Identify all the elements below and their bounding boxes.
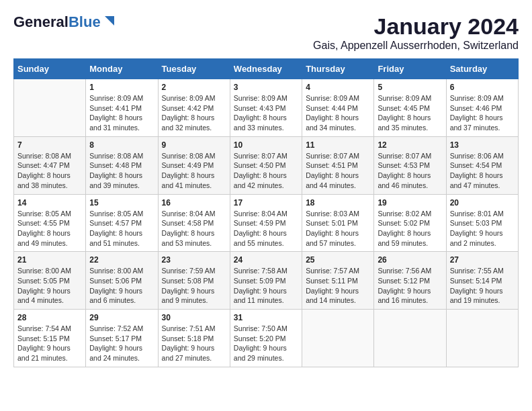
calendar-cell: 13Sunrise: 8:06 AM Sunset: 4:54 PM Dayli…	[446, 136, 518, 194]
day-header-thursday: Thursday	[302, 59, 374, 79]
calendar-cell: 22Sunrise: 8:00 AM Sunset: 5:06 PM Dayli…	[86, 252, 158, 310]
cell-info: Sunrise: 8:03 AM Sunset: 5:01 PM Dayligh…	[306, 209, 370, 248]
cell-info: Sunrise: 7:52 AM Sunset: 5:17 PM Dayligh…	[89, 324, 154, 363]
cell-info: Sunrise: 8:08 AM Sunset: 4:49 PM Dayligh…	[162, 151, 226, 191]
day-number: 2	[162, 83, 226, 92]
calendar-cell: 26Sunrise: 7:56 AM Sunset: 5:12 PM Dayli…	[374, 252, 446, 310]
calendar-week-row: 28Sunrise: 7:54 AM Sunset: 5:15 PM Dayli…	[14, 310, 519, 367]
cell-info: Sunrise: 7:58 AM Sunset: 5:09 PM Dayligh…	[234, 266, 298, 306]
day-number: 7	[17, 140, 82, 150]
calendar-cell: 6Sunrise: 8:09 AM Sunset: 4:46 PM Daylig…	[446, 79, 518, 137]
calendar-header-row: SundayMondayTuesdayWednesdayThursdayFrid…	[14, 59, 519, 79]
day-number: 26	[378, 255, 442, 265]
day-number: 30	[162, 313, 226, 322]
calendar-week-row: 21Sunrise: 8:00 AM Sunset: 5:05 PM Dayli…	[14, 252, 519, 310]
cell-info: Sunrise: 8:00 AM Sunset: 5:05 PM Dayligh…	[17, 266, 82, 306]
logo-text: GeneralBlue	[13, 13, 101, 31]
day-number: 10	[234, 140, 298, 150]
day-number: 6	[450, 83, 515, 92]
day-number: 31	[234, 313, 298, 322]
day-header-friday: Friday	[374, 59, 446, 79]
logo-blue: Blue	[69, 13, 101, 30]
day-number: 13	[450, 140, 515, 150]
calendar-cell: 17Sunrise: 8:04 AM Sunset: 4:59 PM Dayli…	[230, 194, 302, 252]
day-header-monday: Monday	[86, 59, 158, 79]
cell-info: Sunrise: 8:00 AM Sunset: 5:06 PM Dayligh…	[89, 266, 154, 306]
logo-general: General	[13, 13, 69, 30]
day-number: 19	[378, 198, 442, 208]
cell-info: Sunrise: 8:08 AM Sunset: 4:48 PM Dayligh…	[89, 151, 154, 191]
day-number: 28	[17, 313, 82, 322]
calendar-cell: 12Sunrise: 8:07 AM Sunset: 4:53 PM Dayli…	[374, 136, 446, 194]
day-number: 4	[306, 83, 370, 92]
cell-info: Sunrise: 7:56 AM Sunset: 5:12 PM Dayligh…	[378, 266, 442, 306]
calendar-cell: 8Sunrise: 8:08 AM Sunset: 4:48 PM Daylig…	[86, 136, 158, 194]
day-number: 11	[306, 140, 370, 150]
calendar-cell: 11Sunrise: 8:07 AM Sunset: 4:51 PM Dayli…	[302, 136, 374, 194]
calendar-cell: 1Sunrise: 8:09 AM Sunset: 4:41 PM Daylig…	[86, 79, 158, 137]
day-number: 14	[17, 198, 82, 208]
cell-info: Sunrise: 8:02 AM Sunset: 5:02 PM Dayligh…	[378, 209, 442, 248]
day-number: 5	[378, 83, 442, 92]
calendar-week-row: 1Sunrise: 8:09 AM Sunset: 4:41 PM Daylig…	[14, 79, 519, 137]
cell-info: Sunrise: 7:50 AM Sunset: 5:20 PM Dayligh…	[234, 324, 298, 363]
cell-info: Sunrise: 7:57 AM Sunset: 5:11 PM Dayligh…	[306, 266, 370, 306]
calendar-cell: 3Sunrise: 8:09 AM Sunset: 4:43 PM Daylig…	[230, 79, 302, 137]
day-header-sunday: Sunday	[14, 59, 86, 79]
calendar-cell: 31Sunrise: 7:50 AM Sunset: 5:20 PM Dayli…	[230, 310, 302, 367]
day-number: 24	[234, 255, 298, 265]
cell-info: Sunrise: 7:55 AM Sunset: 5:14 PM Dayligh…	[450, 266, 515, 306]
day-number: 12	[378, 140, 442, 150]
calendar-cell: 21Sunrise: 8:00 AM Sunset: 5:05 PM Dayli…	[14, 252, 86, 310]
day-number: 18	[306, 198, 370, 208]
day-header-saturday: Saturday	[446, 59, 518, 79]
calendar-cell: 15Sunrise: 8:05 AM Sunset: 4:57 PM Dayli…	[86, 194, 158, 252]
cell-info: Sunrise: 8:05 AM Sunset: 4:55 PM Dayligh…	[17, 209, 82, 248]
calendar-cell: 9Sunrise: 8:08 AM Sunset: 4:49 PM Daylig…	[158, 136, 230, 194]
day-header-tuesday: Tuesday	[158, 59, 230, 79]
title-block: January 2024 Gais, Appenzell Ausserrhode…	[313, 13, 519, 52]
cell-info: Sunrise: 8:06 AM Sunset: 4:54 PM Dayligh…	[450, 151, 515, 191]
calendar-cell	[302, 310, 374, 367]
calendar-cell: 18Sunrise: 8:03 AM Sunset: 5:01 PM Dayli…	[302, 194, 374, 252]
cell-info: Sunrise: 8:09 AM Sunset: 4:43 PM Dayligh…	[234, 93, 298, 133]
cell-info: Sunrise: 7:51 AM Sunset: 5:18 PM Dayligh…	[162, 324, 226, 363]
calendar-cell: 28Sunrise: 7:54 AM Sunset: 5:15 PM Dayli…	[14, 310, 86, 367]
cell-info: Sunrise: 7:54 AM Sunset: 5:15 PM Dayligh…	[17, 324, 82, 363]
cell-info: Sunrise: 8:04 AM Sunset: 4:59 PM Dayligh…	[234, 209, 298, 248]
month-title: January 2024	[313, 13, 519, 40]
day-number: 9	[162, 140, 226, 150]
cell-info: Sunrise: 8:09 AM Sunset: 4:44 PM Dayligh…	[306, 93, 370, 133]
calendar-week-row: 7Sunrise: 8:08 AM Sunset: 4:47 PM Daylig…	[14, 136, 519, 194]
day-number: 8	[89, 140, 154, 150]
day-number: 17	[234, 198, 298, 208]
calendar-cell: 27Sunrise: 7:55 AM Sunset: 5:14 PM Dayli…	[446, 252, 518, 310]
day-number: 3	[234, 83, 298, 92]
cell-info: Sunrise: 8:07 AM Sunset: 4:50 PM Dayligh…	[234, 151, 298, 191]
calendar-cell	[374, 310, 446, 367]
calendar-cell: 29Sunrise: 7:52 AM Sunset: 5:17 PM Dayli…	[86, 310, 158, 367]
day-number: 21	[17, 255, 82, 265]
calendar-week-row: 14Sunrise: 8:05 AM Sunset: 4:55 PM Dayli…	[14, 194, 519, 252]
calendar-cell: 7Sunrise: 8:08 AM Sunset: 4:47 PM Daylig…	[14, 136, 86, 194]
calendar-cell: 10Sunrise: 8:07 AM Sunset: 4:50 PM Dayli…	[230, 136, 302, 194]
day-number: 15	[89, 198, 154, 208]
calendar-table: SundayMondayTuesdayWednesdayThursdayFrid…	[13, 58, 519, 367]
day-header-wednesday: Wednesday	[230, 59, 302, 79]
day-number: 20	[450, 198, 515, 208]
day-number: 22	[89, 255, 154, 265]
calendar-cell: 24Sunrise: 7:58 AM Sunset: 5:09 PM Dayli…	[230, 252, 302, 310]
svg-marker-0	[105, 16, 114, 26]
cell-info: Sunrise: 8:08 AM Sunset: 4:47 PM Dayligh…	[17, 151, 82, 191]
calendar-cell: 5Sunrise: 8:09 AM Sunset: 4:45 PM Daylig…	[374, 79, 446, 137]
calendar-cell: 4Sunrise: 8:09 AM Sunset: 4:44 PM Daylig…	[302, 79, 374, 137]
cell-info: Sunrise: 7:59 AM Sunset: 5:08 PM Dayligh…	[162, 266, 226, 306]
calendar-cell: 14Sunrise: 8:05 AM Sunset: 4:55 PM Dayli…	[14, 194, 86, 252]
calendar-cell	[446, 310, 518, 367]
day-number: 1	[89, 83, 154, 92]
cell-info: Sunrise: 8:09 AM Sunset: 4:46 PM Dayligh…	[450, 93, 515, 133]
cell-info: Sunrise: 8:07 AM Sunset: 4:51 PM Dayligh…	[306, 151, 370, 191]
cell-info: Sunrise: 8:09 AM Sunset: 4:45 PM Dayligh…	[378, 93, 442, 133]
calendar-cell: 23Sunrise: 7:59 AM Sunset: 5:08 PM Dayli…	[158, 252, 230, 310]
calendar-cell: 19Sunrise: 8:02 AM Sunset: 5:02 PM Dayli…	[374, 194, 446, 252]
